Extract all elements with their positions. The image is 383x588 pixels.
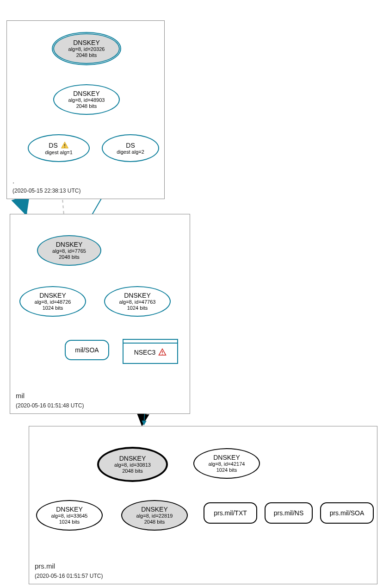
node-prs-42174: DNSKEY alg=8, id=42174 1024 bits [193, 448, 260, 479]
node-sub: digest alg=2 [117, 149, 144, 155]
zone-mil-time: (2020-05-16 01:51:48 UTC) [16, 402, 84, 409]
node-sub: alg=8, id=47763 [119, 299, 156, 305]
node-prs-soa: prs.mil/SOA [320, 502, 374, 524]
node-title: DNSKEY [73, 90, 100, 97]
node-sub: 1024 bits [59, 519, 80, 525]
node-ds1: DS digest alg=1 [28, 134, 90, 162]
node-sub: 1024 bits [127, 305, 148, 311]
node-title: DS [126, 142, 135, 149]
label: NSEC3 [134, 347, 156, 356]
node-sub: alg=8, id=30813 [114, 462, 151, 468]
node-sub: 2048 bits [59, 254, 80, 260]
node-title: DNSKEY [56, 506, 83, 513]
node-ds2: DS digest alg=2 [102, 134, 159, 162]
node-sub: alg=8, id=33645 [51, 513, 88, 519]
node-root-ksk: DNSKEY alg=8, id=20326 2048 bits [53, 33, 120, 64]
node-title: DNSKEY [73, 39, 100, 46]
node-title: DNSKEY [56, 241, 83, 248]
node-sub: 2048 bits [76, 103, 97, 109]
node-title: DNSKEY [141, 506, 168, 513]
label: prs.mil/TXT [214, 509, 247, 517]
node-prs-ns: prs.mil/NS [265, 502, 313, 524]
node-sub: alg=8, id=7765 [52, 248, 86, 254]
node-sub: 2048 bits [122, 468, 143, 474]
svg-rect-3 [162, 354, 163, 355]
node-sub: alg=8, id=22819 [136, 513, 173, 519]
node-sub: digest alg=1 [45, 150, 73, 156]
svg-rect-2 [162, 351, 163, 353]
node-sub: 1024 bits [216, 467, 237, 473]
node-sub: 1024 bits [43, 305, 63, 311]
node-prs-txt: prs.mil/TXT [204, 502, 257, 524]
zone-root-time: (2020-05-15 22:38:13 UTC) [12, 188, 80, 194]
node-sub: alg=8, id=48903 [68, 97, 105, 103]
node-mil-ksk: DNSKEY alg=8, id=7765 2048 bits [37, 235, 101, 266]
node-mil-soa: mil/SOA [65, 340, 109, 360]
zone-prs-label: prs.mil [35, 562, 55, 570]
node-sub: 2048 bits [144, 519, 165, 525]
node-nsec3: NSEC3 [123, 339, 178, 364]
node-mil-zsk2: DNSKEY alg=8, id=47763 1024 bits [104, 286, 171, 317]
error-icon [158, 348, 167, 357]
warning-icon [61, 141, 69, 150]
svg-rect-0 [64, 144, 65, 146]
node-root-zsk: DNSKEY alg=8, id=48903 2048 bits [53, 84, 120, 115]
zone-mil-label: mil [16, 392, 25, 400]
node-prs-ksk: DNSKEY alg=8, id=30813 2048 bits [97, 447, 168, 482]
label: mil/SOA [75, 346, 99, 354]
node-title: DS [49, 142, 57, 149]
node-sub: 2048 bits [76, 52, 97, 58]
node-title: DNSKEY [124, 292, 151, 299]
node-sub: alg=8, id=48726 [35, 299, 71, 305]
node-title: DNSKEY [39, 292, 66, 299]
svg-rect-1 [64, 147, 65, 148]
node-prs-33645: DNSKEY alg=8, id=33645 1024 bits [36, 500, 103, 531]
node-sub: alg=8, id=42174 [209, 461, 245, 467]
node-title: DNSKEY [119, 455, 146, 462]
node-sub: alg=8, id=20326 [68, 46, 105, 52]
node-title: DNSKEY [213, 454, 240, 461]
zone-prs-time: (2020-05-16 01:51:57 UTC) [35, 573, 103, 579]
label: prs.mil/SOA [330, 509, 364, 517]
label: prs.mil/NS [274, 509, 304, 517]
zone-root-label: . [12, 177, 14, 185]
node-mil-zsk1: DNSKEY alg=8, id=48726 1024 bits [19, 286, 86, 317]
node-prs-22819: DNSKEY alg=8, id=22819 2048 bits [121, 500, 188, 531]
